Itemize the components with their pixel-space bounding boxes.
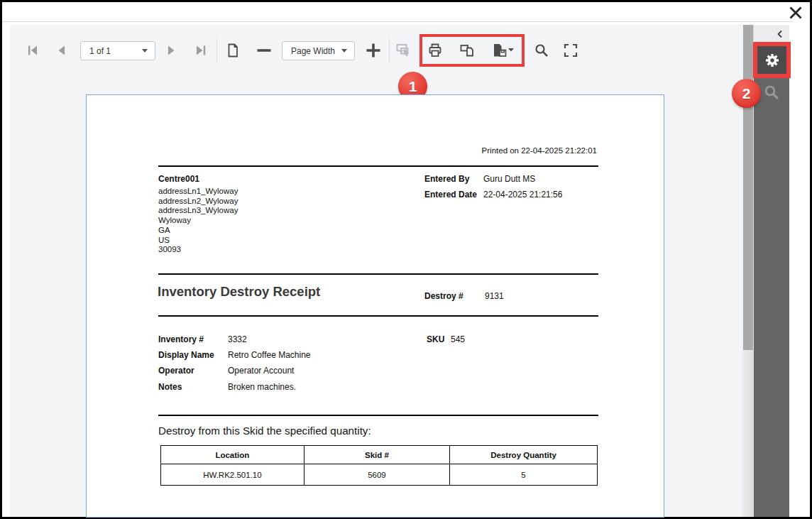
entered-by-label: Entered By — [424, 174, 469, 184]
single-page-view-button[interactable] — [221, 38, 245, 62]
scrollbar-thumb[interactable] — [743, 25, 753, 350]
next-page-button[interactable] — [159, 38, 183, 62]
report-viewer-dialog: 1 of 1 Page Width — [0, 0, 812, 519]
search-button[interactable] — [530, 38, 554, 62]
zoom-out-button[interactable] — [252, 38, 276, 62]
field-label: Operator — [158, 366, 194, 376]
field-label: Notes — [158, 382, 182, 392]
field-label: Display Name — [158, 350, 214, 360]
table-header-row: Location Skid # Destroy Quantity — [161, 446, 598, 464]
zoom-mode-value: Page Width — [291, 46, 335, 56]
entered-date-value: 22-04-2025 21:21:56 — [483, 190, 562, 200]
chevron-down-icon — [142, 49, 148, 53]
print-selection-button-disabled — [392, 38, 416, 62]
print-button[interactable] — [423, 38, 447, 62]
destroy-quantity-table: Location Skid # Destroy Quantity HW.RK2.… — [160, 445, 598, 486]
last-page-icon — [194, 43, 208, 58]
table-header: Destroy Quantity — [450, 446, 598, 464]
callout-2-number: 2 — [742, 85, 751, 102]
table-cell: 5609 — [304, 464, 449, 486]
centre-name: Centre001 — [158, 174, 199, 184]
centre-address: addressLn1_Wyloway addressLn2_Wyloway ad… — [158, 187, 238, 255]
print-icon — [427, 42, 444, 59]
previous-page-icon — [55, 43, 69, 58]
table-caption: Destroy from this Skid the specified qua… — [158, 425, 371, 437]
full-screen-icon — [562, 42, 579, 59]
callout-1-number: 1 — [409, 78, 417, 95]
chevron-left-icon — [775, 29, 785, 39]
print-page-button[interactable] — [455, 38, 479, 62]
field-label: Inventory # — [158, 334, 204, 344]
page-number-value: 1 of 1 — [89, 46, 111, 56]
zoom-in-icon — [365, 42, 382, 59]
full-screen-button[interactable] — [559, 38, 583, 62]
callout-badge-2: 2 — [732, 79, 761, 108]
side-panel — [754, 43, 789, 517]
printed-on-text: Printed on 22-04-2025 21:22:01 — [482, 146, 597, 155]
export-to-icon — [490, 42, 515, 59]
toolbar-separator — [389, 38, 390, 62]
first-page-button[interactable] — [21, 38, 45, 62]
horizontal-rule — [158, 315, 598, 317]
collapse-panel-button[interactable] — [754, 25, 789, 43]
entered-by-value: Guru Dutt MS — [483, 174, 535, 184]
field-value: Retro Coffee Machine — [228, 350, 311, 360]
table-header: Skid # — [304, 446, 449, 464]
field-value: Broken machines. — [228, 382, 296, 392]
horizontal-rule — [158, 165, 598, 167]
sku-label: SKU — [427, 334, 444, 344]
destroy-number-value: 9131 — [485, 291, 504, 301]
panel-search-button[interactable] — [762, 83, 781, 102]
zoom-out-icon — [256, 42, 273, 59]
sku-value: 545 — [451, 334, 465, 344]
table-cell: HW.RK2.501.10 — [161, 464, 304, 486]
toolbar-separator — [216, 38, 217, 62]
horizontal-rule — [158, 273, 598, 275]
panel-search-icon — [762, 83, 781, 102]
table-cell: 5 — [450, 464, 598, 486]
previous-page-button[interactable] — [50, 38, 74, 62]
zoom-in-button[interactable] — [361, 38, 385, 62]
entered-date-label: Entered Date — [424, 190, 477, 200]
field-value: 3332 — [228, 334, 247, 344]
gear-icon — [763, 51, 781, 70]
last-page-button[interactable] — [189, 38, 213, 62]
close-icon — [787, 4, 804, 21]
destroy-number-label: Destroy # — [424, 291, 463, 301]
search-icon — [533, 42, 550, 59]
export-to-button[interactable] — [487, 38, 518, 62]
page-number-select[interactable]: 1 of 1 — [80, 41, 155, 60]
table-header: Location — [161, 446, 304, 464]
zoom-mode-select[interactable]: Page Width — [282, 41, 355, 60]
first-page-icon — [26, 43, 40, 58]
report-page: Printed on 22-04-2025 21:22:01 Centre001… — [86, 94, 664, 518]
print-page-icon — [459, 42, 476, 59]
chevron-down-icon — [341, 49, 347, 53]
print-selection-icon — [395, 41, 413, 60]
horizontal-rule — [158, 415, 598, 416]
field-value: Operator Account — [228, 366, 294, 376]
table-row: HW.RK2.501.10 5609 5 — [161, 464, 598, 486]
report-title: Inventory Destroy Receipt — [158, 284, 320, 300]
close-button[interactable] — [785, 3, 806, 22]
single-page-view-icon — [224, 42, 241, 59]
header-divider — [2, 21, 793, 22]
preview-settings-button[interactable] — [755, 44, 789, 76]
next-page-icon — [164, 43, 178, 58]
